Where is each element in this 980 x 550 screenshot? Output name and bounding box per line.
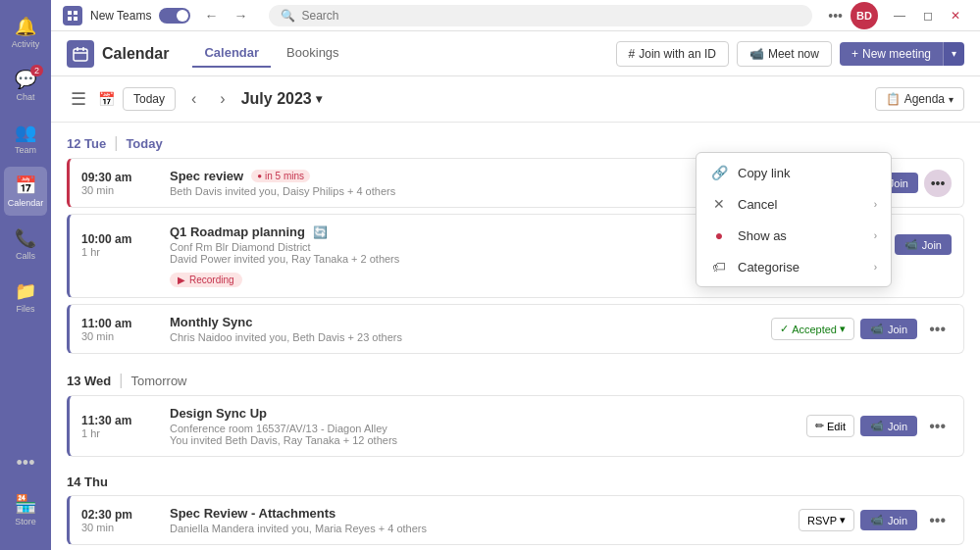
sidebar-item-chat[interactable]: 2 💬 Chat	[4, 61, 47, 110]
menu-item-content: ✕ Cancel	[710, 196, 777, 212]
next-month-button[interactable]: ›	[212, 86, 232, 112]
calendar-icon: 📅	[15, 175, 36, 196]
sync-icon: 🔄	[313, 225, 328, 239]
event-desc: You invited Beth Davis, Ray Tanaka + 12 …	[170, 434, 806, 446]
sidebar-item-files[interactable]: 📁 Files	[4, 273, 47, 322]
app-header: Calendar Calendar Bookings # Join with a…	[51, 31, 980, 76]
sidebar-item-team[interactable]: 👥 Team	[4, 114, 47, 163]
event-design-sync[interactable]: 11:30 am 1 hr Design Sync Up Conference …	[67, 395, 964, 457]
chevron-icon: ▾	[840, 514, 846, 526]
event-duration: 30 min	[81, 330, 170, 342]
new-meeting-dropdown[interactable]: ▾	[943, 42, 964, 66]
back-button[interactable]: ←	[198, 6, 224, 25]
join-button[interactable]: 📹 Join	[860, 416, 917, 436]
record-icon: ▶	[178, 275, 185, 285]
prev-month-button[interactable]: ‹	[183, 86, 204, 112]
event-time: 11:00 am	[81, 317, 170, 330]
calls-icon: 📞	[15, 227, 36, 249]
day-header-14: 14 Thu	[67, 463, 964, 495]
sidebar: 🔔 Activity 2 💬 Chat 👥 Team 📅 Calendar 📞 …	[0, 0, 51, 550]
menu-item-show-as[interactable]: ● Show as ›	[696, 220, 891, 251]
menu-item-cancel[interactable]: ✕ Cancel ›	[696, 188, 891, 220]
event-details: Spec Review - Attachments Daniella Mande…	[170, 506, 799, 534]
sidebar-item-activity[interactable]: 🔔 Activity	[4, 8, 47, 57]
join-button[interactable]: 📹 Join	[860, 319, 917, 339]
tab-calendar[interactable]: Calendar	[192, 39, 271, 68]
event-details: Monthly Sync Chris Naidoo invited you, B…	[170, 315, 771, 343]
menu-item-content: 🏷 Categorise	[710, 259, 799, 275]
event-title-row: Design Sync Up	[170, 406, 806, 421]
join-with-id-button[interactable]: # Join with an ID	[616, 41, 729, 67]
event-spec-review-attachments[interactable]: 02:30 pm 30 min Spec Review - Attachment…	[67, 495, 964, 545]
more-options-button[interactable]: •••	[924, 170, 952, 197]
view-selector[interactable]: 📋 Agenda ▾	[875, 87, 964, 111]
today-button[interactable]: Today	[123, 87, 176, 111]
svg-rect-1	[74, 11, 77, 15]
join-button[interactable]: 📹 Join	[860, 510, 917, 530]
restore-button[interactable]: ◻	[915, 5, 941, 26]
month-title[interactable]: July 2023 ▾	[241, 90, 322, 108]
chevron-right-icon: ›	[874, 262, 877, 273]
toggle-switch[interactable]	[159, 8, 190, 24]
event-actions: ✏ Edit 📹 Join •••	[806, 415, 952, 437]
tomorrow-label: Tomorrow	[130, 374, 186, 388]
svg-rect-4	[74, 49, 87, 61]
more-options-button[interactable]: •••	[923, 319, 952, 340]
menu-item-content: ● Show as	[710, 227, 787, 243]
event-details: Design Sync Up Conference room 16537/AV/…	[170, 406, 806, 446]
tab-bookings[interactable]: Bookings	[275, 39, 350, 68]
team-icon: 👥	[15, 122, 36, 143]
day-title: 12 Tue	[67, 136, 106, 151]
event-title: Spec review	[170, 169, 243, 183]
sidebar-more[interactable]: •••	[9, 445, 43, 481]
hamburger-button[interactable]: ☰	[67, 84, 90, 114]
menu-item-label: Show as	[738, 228, 787, 243]
event-monthly-sync[interactable]: 11:00 am 30 min Monthly Sync Chris Naido…	[67, 304, 964, 354]
sidebar-item-calls[interactable]: 📞 Calls	[4, 220, 47, 269]
recording-badge[interactable]: ▶ Recording	[170, 273, 242, 287]
accepted-button[interactable]: ✓ Accepted ▾	[771, 318, 854, 340]
nav-buttons: ← →	[198, 6, 253, 25]
sidebar-item-label: Calls	[16, 251, 35, 261]
meet-now-button[interactable]: 📹 Meet now	[737, 41, 832, 67]
forward-button[interactable]: →	[228, 6, 253, 25]
event-time-col: 11:00 am 30 min	[81, 317, 170, 342]
more-options-button[interactable]: •••	[923, 416, 952, 437]
cancel-icon: ✕	[710, 196, 728, 212]
day-header-13: 13 Wed | Tomorrow	[67, 360, 964, 395]
app-title: Calendar	[102, 45, 169, 63]
close-button[interactable]: ✕	[943, 5, 968, 26]
sidebar-item-label: Store	[15, 517, 36, 526]
edit-button[interactable]: ✏ Edit	[806, 415, 854, 437]
new-meeting-group: + New meeting ▾	[840, 42, 964, 66]
calendar-app-icon	[67, 40, 94, 68]
search-input[interactable]	[301, 9, 800, 23]
event-time: 02:30 pm	[81, 508, 170, 522]
event-actions: ✓ Accepted ▾ 📹 Join •••	[771, 318, 952, 340]
app-icon	[63, 6, 82, 25]
menu-item-copy-link[interactable]: 🔗 Copy link	[696, 157, 891, 188]
rsvp-button[interactable]: RSVP ▾	[799, 509, 854, 531]
event-title-row: Spec Review - Attachments	[170, 506, 799, 521]
sidebar-item-store[interactable]: 🏪 Store	[4, 485, 47, 534]
sidebar-item-label: Team	[15, 145, 36, 155]
avatar[interactable]: BD	[851, 2, 878, 29]
new-meeting-button[interactable]: + New meeting	[840, 42, 943, 66]
menu-item-categorise[interactable]: 🏷 Categorise ›	[696, 251, 891, 282]
dot-icon: ●	[257, 172, 262, 180]
join-button[interactable]: 📹 Join	[895, 234, 952, 255]
search-bar[interactable]: 🔍	[269, 5, 812, 26]
sidebar-item-label: Activity	[12, 39, 40, 49]
more-options[interactable]: •••	[828, 8, 843, 24]
event-time: 11:30 am	[81, 414, 170, 427]
today-label: Today	[126, 136, 162, 151]
more-options-button[interactable]: •••	[923, 510, 952, 531]
event-duration: 1 hr	[81, 246, 170, 258]
minimize-button[interactable]: —	[886, 5, 913, 26]
tag-icon: 🏷	[710, 259, 728, 275]
event-title: Monthly Sync	[170, 315, 253, 329]
sidebar-item-calendar[interactable]: 📅 Calendar	[4, 167, 47, 216]
agenda-icon: 📋	[886, 92, 901, 106]
chevron-right-icon: ›	[874, 230, 877, 241]
sidebar-item-label: Calendar	[8, 198, 44, 208]
